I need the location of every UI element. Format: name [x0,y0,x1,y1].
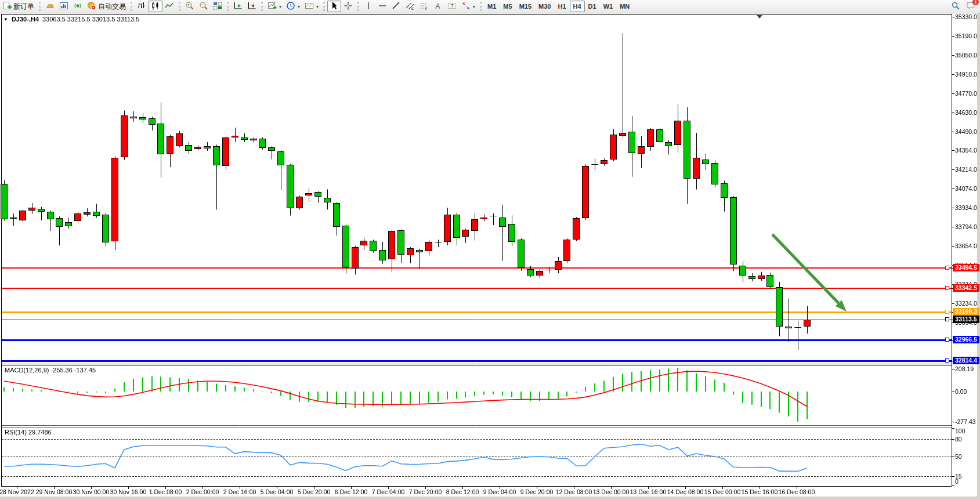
auto-scroll-button[interactable] [231,1,245,12]
symbol-period-label: DJ30-,H4 [12,16,39,23]
crosshair-button[interactable] [341,1,355,12]
vertical-line-button[interactable] [361,1,375,12]
tab-timeframe-m30[interactable]: M30 [535,1,554,12]
timeframe-group: M1M5M15M30H1H4D1W1MN [484,1,633,12]
zoom-in-button[interactable] [183,1,197,12]
chart-window-icon [59,1,68,12]
tab-timeframe-h1[interactable]: H1 [554,1,569,12]
search-button[interactable] [949,1,963,12]
chart-window-button[interactable] [57,1,71,12]
ohlc-values: 33063.5 33215.5 33013.5 33113.5 [42,16,139,23]
collapse-triangle-icon: ▼ [3,17,8,22]
price-axis-label: 33794.0 [955,223,977,230]
periods-button[interactable]: ▾ [284,1,302,12]
notifications-button[interactable]: 1 [966,1,977,12]
templates-button[interactable]: ▾ [302,1,321,12]
chart-type-candles-button[interactable] [149,1,162,12]
cursor-button[interactable] [327,1,341,12]
chat-icon [966,4,977,12]
tab-timeframe-h4[interactable]: H4 [570,1,585,12]
arrows-button[interactable]: ▾ [459,1,478,12]
toolbar-grip [39,2,41,11]
text-label-icon: T [447,1,457,12]
time-axis-label: 5 Dec 04:00 [261,488,294,495]
tab-timeframe-m5[interactable]: M5 [500,1,515,12]
time-axis-label: 30 Nov 00:00 [73,488,109,495]
price-axis-label: 34214.0 [955,166,977,173]
chart-type-line-button[interactable] [162,1,176,12]
fibonacci-icon: F [420,1,429,12]
tab-timeframe-mn[interactable]: MN [616,1,633,12]
autotrade-label: 自动交易 [98,2,126,12]
svg-text:F: F [425,7,428,10]
rsi-axis-label: 100 [955,427,965,434]
text-label-button[interactable]: T [445,1,459,12]
time-axis-label: 30 Nov 16:00 [110,488,146,495]
trendline-button[interactable] [389,1,403,12]
price-axis-label: 34074.0 [955,185,977,192]
rsi-value: 29.7486 [28,429,52,436]
tab-timeframe-w1[interactable]: W1 [600,1,617,12]
zoom-in-icon [185,1,194,12]
chevron-down-icon: ▾ [298,4,300,9]
price-axis-label: 33654.0 [955,242,977,249]
rsi-axis-label: 80 [955,436,962,443]
chevron-down-icon: ▾ [316,4,319,9]
tile-windows-icon [213,1,222,12]
price-axis-label: 33234.0 [955,300,977,307]
new-order-button[interactable]: 新订单 [0,1,37,12]
zoom-out-button[interactable] [197,1,211,12]
horizontal-line-button[interactable] [375,1,389,12]
toolbar-grip [227,2,229,11]
cursor-icon [330,1,339,12]
tab-timeframe-m1[interactable]: M1 [484,1,500,12]
chart-shift-button[interactable] [245,1,259,12]
svg-text:T: T [451,3,454,9]
chart-line-icon [165,1,174,12]
time-axis-label: 7 Dec 04:00 [372,488,405,495]
time-axis-label: 5 Dec 20:00 [298,488,331,495]
time-axis-label: 13 Dec 16:00 [630,488,666,495]
channel-button[interactable]: E [403,1,417,12]
autotrade-button[interactable]: 自动交易 [85,1,128,12]
tab-timeframe-d1[interactable]: D1 [585,1,600,12]
new-chart-button[interactable]: ▾ [265,1,284,12]
price-axis-label: 34910.0 [955,71,977,78]
chart-canvas[interactable] [0,0,980,500]
crosshair-icon [343,1,353,12]
signals-button[interactable] [71,1,85,12]
time-axis-label: 16 Dec 08:00 [779,488,815,495]
fibonacci-button[interactable]: F [417,1,431,12]
price-line-tag: 33169.3 [953,308,979,316]
chevron-down-icon: ▾ [473,4,475,9]
time-axis-label: 2 Dec 00:00 [186,488,219,495]
new-chart-icon [267,1,277,12]
tile-windows-button[interactable] [211,1,225,12]
price-line-tag: 33494.5 [953,264,979,271]
toolbar-grip [357,2,359,11]
toolbar: 新订单 自动交易 ▾ ▾ ▾ E F A T ▾ [0,0,980,13]
gold-button[interactable] [43,1,57,12]
time-axis-label: 9 Dec 04:00 [483,488,516,495]
chevron-down-icon: ▾ [279,4,281,9]
price-axis-label: 35330.0 [955,13,977,20]
new-order-label: 新订单 [13,2,34,12]
current-price-tag: 33113.5 [953,316,979,323]
mt4-window: 新订单 自动交易 ▾ ▾ ▾ E F A T ▾ [0,0,980,500]
signals-icon [73,1,82,12]
time-axis-label: 15 Dec 16:00 [742,488,778,495]
templates-icon [305,1,314,12]
text-button[interactable]: A [431,1,445,12]
time-axis-label: 13 Dec 00:00 [593,488,629,495]
tab-timeframe-m15[interactable]: M15 [516,1,535,12]
chart-type-bars-button[interactable] [135,1,149,12]
price-axis-label: 34490.0 [955,128,977,135]
time-axis-label: 1 Dec 08:00 [149,488,182,495]
rsi-axis-label: 0 [955,478,959,485]
toolbar-grip [179,2,180,11]
price-axis-label: 34770.0 [955,90,977,97]
time-axis-label: 12 Dec 08:00 [556,488,592,495]
price-axis-label: 35190.0 [955,32,977,39]
macd-values: -255.36 -137.45 [50,367,96,374]
chart-bars-icon [137,1,146,12]
